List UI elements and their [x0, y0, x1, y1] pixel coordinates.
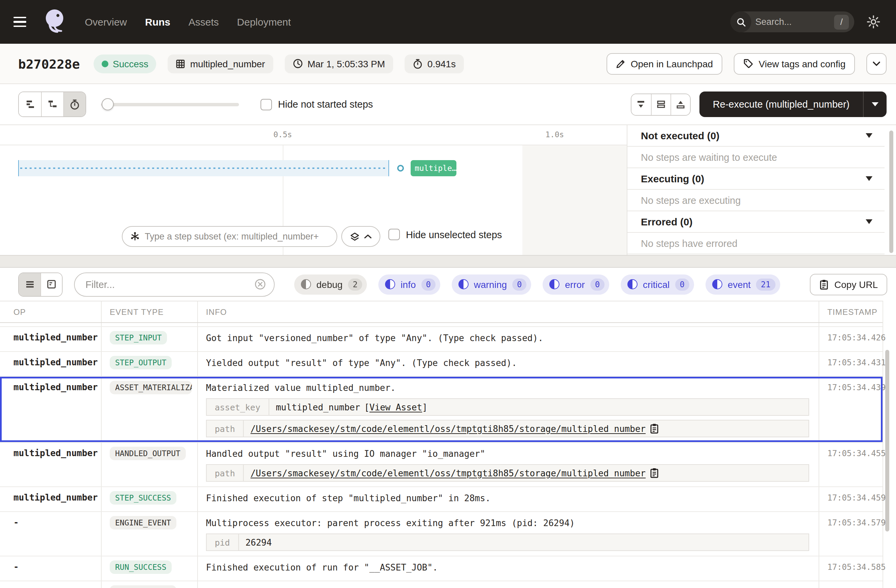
log-row[interactable]: multipled_numberSTEP_INPUTGot input "ver…: [0, 327, 882, 352]
gantt-chart: 0.5s 1.0s multiple…: [0, 125, 627, 255]
log-timestamp: 17:05:34.459: [818, 487, 883, 511]
log-timestamp: 17:05:34.579: [818, 512, 883, 556]
caret-down-icon: [866, 176, 872, 181]
log-info-cell: Yielded output "result" of type "Any". (…: [197, 352, 818, 376]
slider-knob[interactable]: [102, 98, 114, 110]
hide-unselected-label: Hide unselected steps: [406, 229, 502, 240]
copy-url-button[interactable]: Copy URL: [810, 273, 887, 295]
settings-gear-icon[interactable]: [865, 15, 881, 29]
dagster-logo[interactable]: [42, 7, 69, 36]
log-op: multipled_number: [0, 352, 101, 376]
copy-path-icon[interactable]: [650, 468, 659, 479]
open-in-launchpad-button[interactable]: Open in Launchpad: [606, 53, 722, 74]
log-structured-view-button[interactable]: [40, 273, 62, 296]
meta-value: multipled_number[View Asset]: [269, 400, 809, 414]
path-link[interactable]: /Users/smackesey/stm/code/elementl/oss/t…: [250, 468, 646, 478]
metadata-row: asset_keymultipled_number[View Asset]: [206, 398, 809, 416]
log-level-chips: debug2info0warning0error0critical0event2…: [294, 274, 780, 294]
flat-view-button[interactable]: [19, 92, 41, 116]
duration-view-button[interactable]: [63, 92, 85, 116]
log-event-type-cell: RUN_SUCCESS: [101, 556, 197, 580]
graph-options-button[interactable]: [341, 226, 380, 247]
panel-top-button[interactable]: [670, 94, 690, 115]
level-toggle-icon[interactable]: [385, 279, 395, 289]
log-info-text: Handled output "result" using IO manager…: [206, 448, 809, 459]
log-level-chip-debug[interactable]: debug2: [294, 274, 367, 294]
gantt-zoom-slider[interactable]: [101, 97, 239, 111]
nav-links: OverviewRunsAssetsDeployment: [85, 16, 291, 27]
log-filter-input-wrap[interactable]: [74, 272, 275, 296]
log-row[interactable]: -RUN_SUCCESSFinished execution of run fo…: [0, 556, 882, 581]
table-scrollbar-thumb[interactable]: [885, 350, 889, 532]
level-toggle-icon[interactable]: [712, 279, 722, 289]
gantt-step-bar[interactable]: multiple…: [411, 160, 456, 176]
log-list-view-button[interactable]: [19, 273, 40, 296]
log-level-chip-warning[interactable]: warning0: [452, 274, 532, 294]
step-subset-input[interactable]: [145, 231, 330, 242]
panel-section-title: Not executed (0): [641, 130, 719, 141]
search-input[interactable]: [751, 17, 834, 27]
hide-not-started-checkbox[interactable]: Hide not started steps: [261, 99, 373, 110]
view-asset-link[interactable]: View Asset: [370, 402, 422, 412]
nav-link-runs[interactable]: Runs: [145, 16, 170, 27]
search-shortcut-badge: /: [834, 14, 849, 29]
clock-icon: [293, 59, 303, 68]
menu-icon[interactable]: [14, 14, 31, 29]
caret-down-icon: [866, 133, 872, 138]
level-toggle-icon[interactable]: [550, 279, 560, 289]
log-row[interactable]: multipled_numberHANDLED_OUTPUTHandled ou…: [0, 443, 882, 487]
nav-link-overview[interactable]: Overview: [85, 16, 127, 27]
log-info-text: Process for run exited (pid: 26294).: [206, 586, 809, 588]
view-tags-config-button[interactable]: View tags and config: [734, 53, 855, 74]
log-row[interactable]: -ENGINE_EVENTMultiprocess executor: pare…: [0, 512, 882, 556]
hide-unselected-checkbox[interactable]: Hide unselected steps: [389, 229, 502, 240]
reexecute-dropdown-button[interactable]: [863, 91, 887, 117]
section-divider: [0, 255, 896, 268]
col-header-info: INFO: [197, 301, 818, 322]
panel-scrollbar-thumb[interactable]: [889, 131, 893, 253]
panel-split-button[interactable]: [651, 94, 670, 115]
checkbox-box[interactable]: [261, 99, 272, 110]
run-actions-expand-button[interactable]: [866, 53, 887, 74]
log-row[interactable]: multipled_numberASSET_MATERIALIZAT…Mater…: [0, 377, 882, 443]
time-axis: 0.5s 1.0s: [0, 125, 627, 145]
nav-link-deployment[interactable]: Deployment: [237, 16, 291, 27]
top-nav: OverviewRunsAssetsDeployment /: [0, 0, 896, 44]
log-level-chip-error[interactable]: error0: [543, 274, 610, 294]
checkbox-box[interactable]: [389, 229, 400, 240]
log-level-chip-event[interactable]: event21: [706, 274, 780, 294]
log-filter-input[interactable]: [85, 279, 254, 290]
panel-section-header[interactable]: Errored (0): [628, 211, 885, 233]
job-tag[interactable]: multipled_number: [168, 54, 273, 73]
level-label: error: [565, 279, 585, 290]
nav-link-assets[interactable]: Assets: [189, 16, 219, 27]
log-row[interactable]: multipled_numberSTEP_SUCCESSFinished exe…: [0, 487, 882, 512]
waterfall-view-button[interactable]: [41, 92, 63, 116]
event-type-badge: ENGINE_EVENT: [110, 516, 176, 529]
log-level-chip-critical[interactable]: critical0: [621, 274, 694, 294]
copy-path-icon[interactable]: [650, 423, 659, 434]
clear-filter-icon[interactable]: [254, 278, 266, 290]
panel-empty-row: No steps are executing: [628, 190, 885, 211]
panel-section-header[interactable]: Executing (0): [628, 168, 885, 190]
panel-bottom-button[interactable]: [631, 94, 651, 115]
reexecute-button[interactable]: Re-execute (multipled_number): [699, 91, 887, 117]
log-row[interactable]: multipled_numberSTEP_OUTPUTYielded outpu…: [0, 352, 882, 377]
level-toggle-icon[interactable]: [459, 279, 469, 289]
log-timestamp: 17:05:34.585: [818, 556, 883, 580]
step-subset-input-wrap[interactable]: [122, 226, 337, 247]
search-box[interactable]: /: [730, 11, 854, 32]
log-level-chip-info[interactable]: info0: [378, 274, 440, 294]
log-row[interactable]: -ENGINE_EVENTProcess for run exited (pid…: [0, 581, 882, 588]
clipboard-icon: [820, 279, 829, 290]
panel-bottom-icon: [636, 99, 646, 109]
level-toggle-icon[interactable]: [628, 279, 637, 289]
log-op: multipled_number: [0, 377, 101, 442]
log-event-type-cell: ASSET_MATERIALIZAT…: [101, 377, 197, 442]
metadata-row: path/Users/smackesey/stm/code/elementl/o…: [206, 464, 809, 482]
path-link[interactable]: /Users/smackesey/stm/code/elementl/oss/t…: [250, 424, 646, 434]
panel-empty-row: No steps have errored: [628, 233, 885, 254]
panel-section-header[interactable]: Not executed (0): [628, 125, 885, 147]
step-start-marker-icon: [397, 165, 404, 172]
level-toggle-icon[interactable]: [301, 279, 311, 289]
